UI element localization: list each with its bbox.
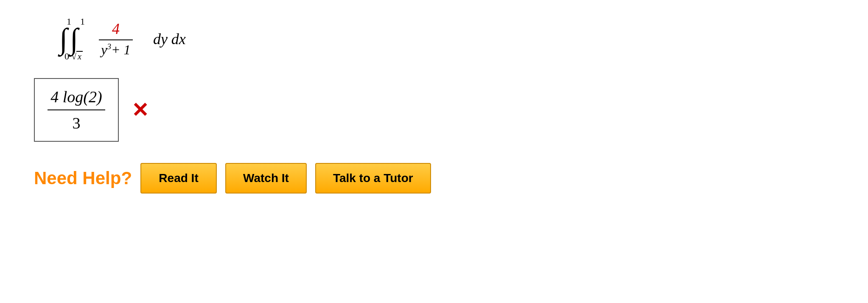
need-help-section: Need Help? Read It Watch It Talk to a Tu… [34, 163, 843, 194]
denom-exp: 3 [107, 42, 111, 51]
second-integral-symbol: ∫ [70, 26, 78, 52]
answer-numerator: 4 log(2) [48, 87, 105, 110]
integrand-fraction: 4 y3+ 1 [99, 20, 133, 58]
second-lower-bound: √x [72, 52, 83, 61]
answer-section: 4 log(2) 3 ✕ [34, 78, 843, 142]
main-container: 1 ∫ 0 1 ∫ √x 4 y3+ 1 dy dx [0, 0, 868, 210]
second-integral: 1 ∫ √x [70, 17, 83, 61]
differential: dy dx [153, 30, 186, 48]
answer-denominator: 3 [73, 110, 81, 132]
fraction-numerator: 4 [112, 20, 120, 39]
need-help-label: Need Help? [34, 168, 132, 188]
watch-it-button[interactable]: Watch It [225, 163, 307, 194]
first-integral: 1 ∫ 0 [59, 17, 69, 61]
wrong-mark: ✕ [132, 98, 148, 122]
denom-rest: + 1 [111, 42, 131, 57]
talk-to-tutor-button[interactable]: Talk to a Tutor [315, 163, 431, 194]
second-upper-bound: 1 [80, 17, 85, 26]
first-lower-bound: 0 [64, 52, 69, 61]
fraction-denominator: y3+ 1 [101, 40, 130, 58]
read-it-button[interactable]: Read It [140, 163, 217, 194]
first-integral-symbol: ∫ [59, 26, 67, 52]
double-integral: 1 ∫ 0 1 ∫ √x [59, 17, 83, 61]
integral-expression: 1 ∫ 0 1 ∫ √x 4 y3+ 1 dy dx [59, 17, 843, 61]
answer-box: 4 log(2) 3 [34, 78, 119, 142]
denom-y: y [101, 42, 107, 57]
